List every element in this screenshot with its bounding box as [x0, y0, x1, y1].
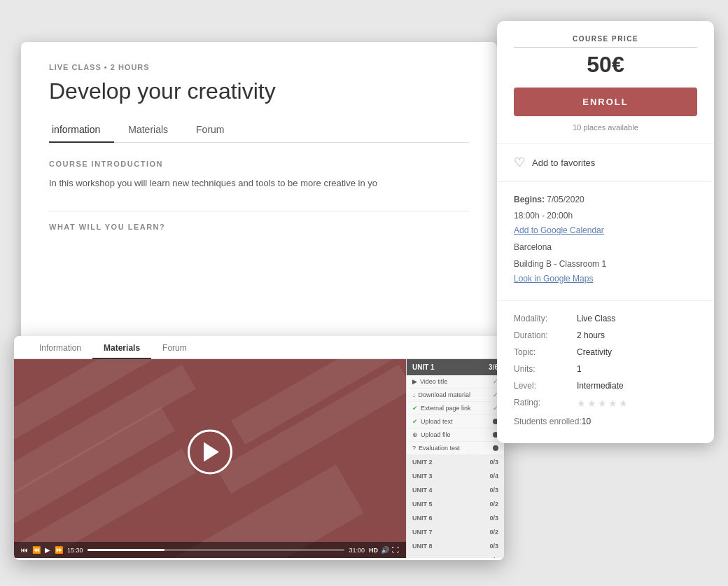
unit-sub-header[interactable]: UNIT 80/3	[407, 539, 504, 553]
tab-information[interactable]: information	[49, 118, 114, 142]
modality-value: Live Class	[577, 312, 615, 325]
units-value: 1	[577, 363, 582, 375]
play-icon-small: ▶	[412, 378, 417, 385]
star-5: ★	[619, 396, 628, 411]
unit-sub-header[interactable]: UNIT 90/2	[407, 553, 504, 558]
unit1-header: UNIT 1 3/6	[407, 359, 504, 375]
course-meta: LIVE CLASS • 2 HOURS	[49, 63, 469, 71]
enroll-button[interactable]: ENROLL	[514, 88, 697, 116]
play-pause-button[interactable]: ▶	[45, 546, 50, 554]
play-icon	[204, 442, 219, 461]
unit-item-upload-file[interactable]: ⊕ Upload file	[407, 428, 504, 442]
level-row: Level: Intermediate	[514, 379, 697, 392]
hd-label: HD	[369, 547, 378, 554]
unit-item-video[interactable]: ▶ Video title ✓	[407, 375, 504, 389]
bullet-icon-3	[493, 445, 498, 451]
heart-icon: ♡	[514, 155, 525, 170]
enrolled-label: Students enrolled:	[514, 415, 582, 428]
progress-bar[interactable]	[88, 549, 345, 551]
modality-label: Modality:	[514, 312, 577, 325]
front-window: Information Materials Forum ⏮ ⏪ ▶ ⏩	[14, 336, 504, 560]
topic-label: Topic:	[514, 346, 577, 358]
price-label: COURSE PRICE	[514, 35, 697, 43]
duration-row: Duration: 2 hours	[514, 329, 697, 342]
time-total: 31:00	[349, 547, 365, 554]
google-maps-link[interactable]: Look in Google Maps	[514, 274, 697, 284]
price-section: COURSE PRICE 50€ ENROLL 10 places availa…	[497, 21, 714, 144]
duration-label: Duration:	[514, 329, 577, 342]
details-section: Begins: 7/05/2020 18:00h - 20:00h Add to…	[497, 182, 714, 301]
ctrl-icons: HD 🔊 ⛶	[369, 546, 399, 554]
rating-row: Rating: ★ ★ ★ ★ ★	[514, 396, 697, 411]
back-window: LIVE CLASS • 2 HOURS Develop your creati…	[21, 42, 497, 350]
rewind-button[interactable]: ⏪	[32, 546, 41, 554]
begins-row: Begins: 7/05/2020	[514, 193, 697, 207]
course-intro-heading: COURSE INTRODUCTION	[49, 160, 469, 168]
unit1-label: UNIT 1	[412, 363, 435, 371]
video-controls: ⏮ ⏪ ▶ ⏩ 15:30 31:00 HD 🔊 ⛶	[14, 542, 406, 558]
what-learn-heading: WHAT WILL YOU LEARN?	[49, 223, 469, 231]
favorites-section[interactable]: ♡ Add to favorites	[497, 144, 714, 182]
units-label: Units:	[514, 363, 577, 375]
star-4: ★	[608, 396, 617, 411]
front-tab-information[interactable]: Information	[28, 336, 92, 358]
prev-button[interactable]: ⏮	[21, 546, 28, 554]
tab-forum[interactable]: Forum	[193, 118, 238, 142]
topic-row: Topic: Creativity	[514, 346, 697, 358]
front-tab-forum[interactable]: Forum	[151, 336, 198, 358]
unit-sidebar: UNIT 1 3/6 ▶ Video title ✓ ↓ Download ma…	[406, 359, 504, 558]
enrolled-value: 10	[582, 415, 591, 428]
right-panel: COURSE PRICE 50€ ENROLL 10 places availa…	[497, 21, 714, 443]
unit-sub-header[interactable]: UNIT 50/2	[407, 497, 504, 511]
check-circle-icon: ✔	[412, 405, 418, 412]
unit-item-external[interactable]: ✔ External page link ✓	[407, 402, 504, 415]
course-intro-text: In this workshop you will learn new tech…	[49, 176, 469, 191]
play-button[interactable]	[188, 429, 232, 474]
unit-item-download[interactable]: ↓ Download material ✓	[407, 389, 504, 402]
unit-item-evaluation[interactable]: ? Evaluation test	[407, 442, 504, 455]
fullscreen-icon[interactable]: ⛶	[392, 546, 399, 554]
places-available: 10 places available	[514, 123, 697, 132]
download-icon: ↓	[412, 391, 416, 398]
level-label: Level:	[514, 379, 577, 392]
progress-fill	[88, 549, 164, 551]
time-range: 18:00h - 20:00h	[514, 209, 697, 223]
time-current: 15:30	[67, 547, 83, 554]
begins-label: Begins:	[514, 195, 545, 204]
fast-forward-button[interactable]: ⏩	[55, 546, 63, 554]
unit-sub-header[interactable]: UNIT 30/4	[407, 469, 504, 483]
unit-sub-header[interactable]: UNIT 60/3	[407, 511, 504, 525]
star-2: ★	[587, 396, 596, 411]
front-content: ⏮ ⏪ ▶ ⏩ 15:30 31:00 HD 🔊 ⛶ UNIT 1 3/6	[14, 359, 504, 558]
modality-row: Modality: Live Class	[514, 312, 697, 325]
volume-icon[interactable]: 🔊	[381, 546, 389, 554]
price-amount: 50€	[514, 52, 697, 78]
rating-label: Rating:	[514, 396, 577, 411]
unit-sub-header[interactable]: UNIT 20/3	[407, 455, 504, 469]
unit-sub-header[interactable]: UNIT 70/2	[407, 525, 504, 539]
back-tabs: information Materials Forum	[49, 118, 469, 143]
units-row: Units: 1	[514, 363, 697, 375]
duration-value: 2 hours	[577, 329, 605, 342]
rating-stars: ★ ★ ★ ★ ★	[577, 396, 628, 411]
favorites-text: Add to favorites	[532, 158, 595, 168]
video-player: ⏮ ⏪ ▶ ⏩ 15:30 31:00 HD 🔊 ⛶	[14, 359, 406, 558]
location-building: Building B - Classroom 1	[514, 258, 697, 271]
topic-value: Creativity	[577, 346, 612, 358]
check-circle-icon-2: ✔	[412, 418, 418, 425]
star-1: ★	[577, 396, 586, 411]
unit-sub-header[interactable]: UNIT 40/3	[407, 483, 504, 497]
front-tab-materials[interactable]: Materials	[92, 336, 151, 358]
tab-materials[interactable]: Materials	[125, 118, 182, 142]
star-3: ★	[598, 396, 607, 411]
location-city: Barcelona	[514, 241, 697, 254]
front-tabs: Information Materials Forum	[14, 336, 504, 359]
level-value: Intermediate	[577, 379, 624, 392]
unit-item-upload-text[interactable]: ✔ Upload text	[407, 415, 504, 428]
enrolled-row: Students enrolled: 10	[514, 415, 697, 428]
google-calendar-link[interactable]: Add to Google Calendar	[514, 225, 697, 235]
begins-date: 7/05/2020	[547, 195, 584, 204]
course-title: Develop your creativity	[49, 78, 469, 104]
info-section: Modality: Live Class Duration: 2 hours T…	[497, 301, 714, 443]
question-icon: ?	[412, 445, 416, 452]
